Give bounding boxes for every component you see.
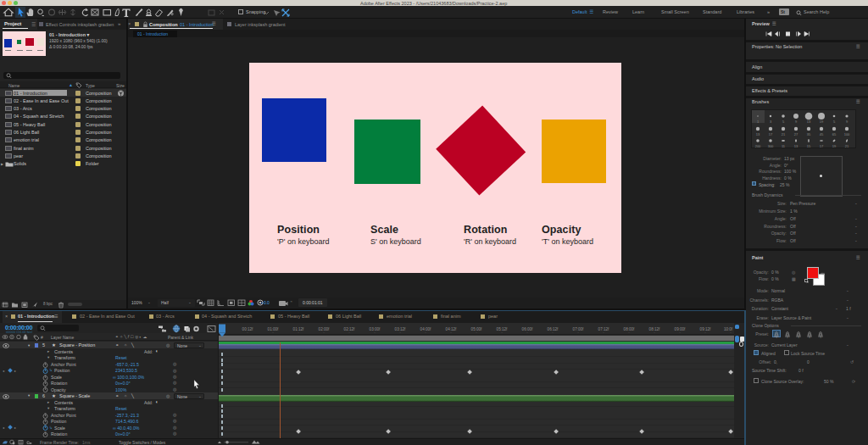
- svg-text:03:00f: 03:00f: [370, 327, 381, 331]
- svg-text:19: 19: [832, 144, 837, 148]
- svg-text:08:12f: 08:12f: [649, 327, 660, 331]
- svg-text:9: 9: [846, 120, 849, 124]
- svg-text:3: 3: [798, 336, 799, 338]
- svg-text:09:12f: 09:12f: [700, 327, 711, 331]
- svg-text:19: 19: [820, 120, 824, 124]
- svg-text:11: 11: [782, 144, 786, 148]
- svg-text:65: 65: [832, 132, 837, 136]
- svg-text:1: 1: [776, 336, 777, 338]
- svg-text:13: 13: [807, 120, 811, 124]
- svg-text:100: 100: [844, 132, 850, 136]
- svg-text:04:12f: 04:12f: [446, 327, 457, 331]
- svg-text:5: 5: [782, 120, 785, 124]
- svg-text:05:00f: 05:00f: [471, 327, 482, 331]
- svg-text:07:00f: 07:00f: [573, 327, 584, 331]
- svg-text:04:00f: 04:00f: [420, 327, 431, 331]
- svg-text:17: 17: [820, 144, 824, 148]
- svg-text:07:12f: 07:12f: [598, 327, 609, 331]
- svg-text:15: 15: [807, 144, 811, 148]
- svg-text:1: 1: [757, 120, 760, 124]
- svg-text:2: 2: [787, 336, 788, 338]
- svg-text:03:12f: 03:12f: [395, 327, 406, 331]
- svg-text:9: 9: [795, 120, 798, 124]
- svg-text:3: 3: [770, 120, 772, 124]
- svg-text:35: 35: [807, 132, 811, 136]
- svg-text:01:12f: 01:12f: [293, 327, 304, 331]
- svg-text:08:00f: 08:00f: [624, 327, 635, 331]
- svg-text:200: 200: [755, 144, 761, 148]
- svg-text:13: 13: [794, 144, 798, 148]
- svg-text:05:12f: 05:12f: [497, 327, 508, 331]
- svg-text:01:00f: 01:00f: [268, 327, 279, 331]
- svg-text:00:12f: 00:12f: [242, 327, 253, 331]
- svg-text:02:12f: 02:12f: [344, 327, 355, 331]
- svg-text:09:00f: 09:00f: [675, 327, 686, 331]
- svg-text:17: 17: [769, 132, 773, 136]
- svg-text:4: 4: [809, 336, 810, 338]
- svg-text:45: 45: [820, 132, 824, 136]
- svg-text:02:00f: 02:00f: [319, 327, 330, 331]
- svg-text:06:00f: 06:00f: [522, 327, 533, 331]
- svg-text:21: 21: [782, 132, 786, 136]
- svg-text:13: 13: [756, 132, 760, 136]
- svg-text:5: 5: [820, 336, 821, 338]
- svg-text:300: 300: [768, 144, 774, 148]
- svg-text:27: 27: [794, 132, 798, 136]
- svg-text:10:0f: 10:0f: [724, 327, 733, 331]
- svg-text:06:12f: 06:12f: [548, 327, 559, 331]
- svg-text:21: 21: [845, 144, 849, 148]
- svg-text:5: 5: [833, 120, 836, 124]
